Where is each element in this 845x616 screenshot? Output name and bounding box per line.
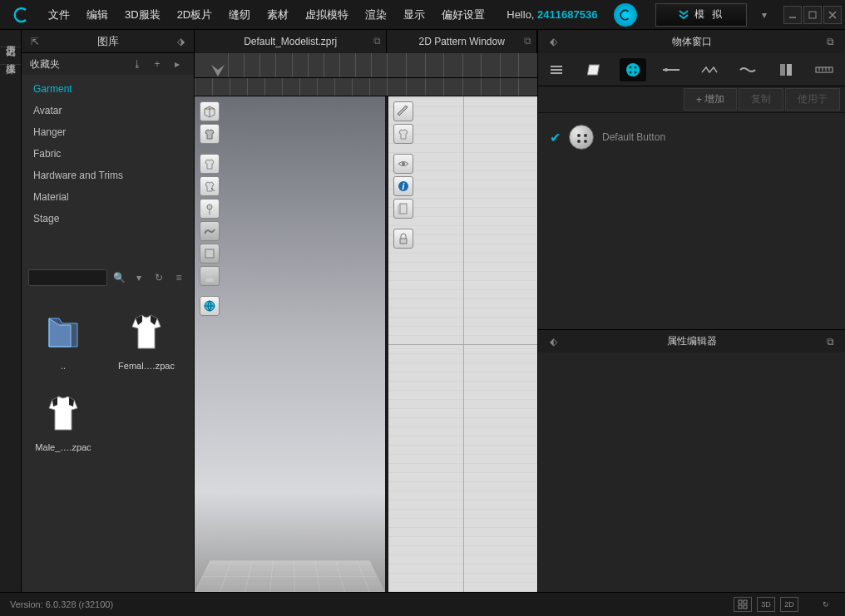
vp-shirt-edit-icon[interactable] — [200, 176, 220, 196]
ruler-3d-2[interactable] — [195, 78, 387, 96]
menu-3d-garment[interactable]: 3D服装 — [116, 2, 169, 27]
obj-tab-texture[interactable] — [773, 58, 799, 81]
menu-preferences[interactable]: 偏好设置 — [433, 2, 493, 27]
vp-avatar-icon[interactable] — [200, 266, 220, 286]
menu-sewing[interactable]: 缝纫 — [220, 2, 259, 27]
folder-icon — [38, 306, 88, 356]
menu-edit[interactable]: 编辑 — [78, 2, 116, 27]
vp2d-page-icon[interactable] — [393, 199, 413, 219]
menu-file[interactable]: 文件 — [40, 2, 78, 27]
menu-2d-pattern[interactable]: 2D板片 — [169, 2, 221, 27]
svg-point-16 — [626, 63, 640, 76]
obj-tab-fabric[interactable] — [581, 58, 608, 81]
obj-tab-list[interactable] — [543, 58, 570, 81]
menu-avatar[interactable]: 虚拟模特 — [297, 2, 357, 27]
minimize-button[interactable] — [783, 6, 802, 24]
obj-tab-seam[interactable] — [734, 58, 761, 81]
refresh-icon[interactable]: ↻ — [152, 271, 166, 284]
thumb-up-folder[interactable]: .. — [30, 306, 96, 371]
pin-icon[interactable]: ⬗ — [174, 35, 187, 48]
vp-mesh-icon[interactable] — [200, 244, 220, 264]
obj-tab-button[interactable] — [620, 58, 646, 81]
popout-icon[interactable]: ⧉ — [823, 335, 837, 348]
tab-3d-document[interactable]: Default_Modelist.zprj ⧉ — [195, 30, 387, 53]
ruler-2d-2[interactable] — [387, 78, 537, 96]
vp-garment-icon[interactable] — [200, 124, 220, 144]
popout-icon[interactable]: ⧉ — [524, 35, 531, 47]
obj-tab-measure[interactable] — [811, 58, 838, 81]
tree-garment[interactable]: Garment — [22, 78, 194, 100]
maximize-button[interactable] — [803, 6, 822, 24]
tree-hardware[interactable]: Hardware and Trims — [22, 165, 194, 186]
vp2d-lock-icon[interactable] — [393, 229, 413, 249]
action-add[interactable]: +增加 — [684, 88, 737, 111]
thumb-label: Male_….zpac — [35, 442, 91, 452]
action-copy[interactable]: 复制 — [739, 88, 783, 111]
vp2d-info-icon[interactable]: i — [393, 176, 413, 196]
menu-display[interactable]: 显示 — [395, 2, 433, 27]
simulate-button[interactable]: 模 拟 — [655, 3, 747, 27]
popout-icon[interactable]: ⇱ — [28, 35, 42, 48]
search-icon[interactable]: 🔍 — [112, 271, 126, 284]
tree-fabric[interactable]: Fabric — [22, 143, 194, 165]
rail-modules[interactable]: 模块库 — [0, 47, 21, 65]
sync-icon[interactable] — [614, 3, 637, 27]
svg-rect-10 — [400, 204, 407, 214]
app-logo[interactable] — [10, 3, 33, 27]
vp-shirt-grey-icon[interactable] — [200, 154, 220, 174]
dropdown-arrow-icon[interactable]: ▾ — [757, 9, 772, 21]
action-apply[interactable]: 使用于 — [785, 88, 840, 111]
rail-history[interactable]: 历史记录 — [0, 30, 21, 47]
list-view-icon[interactable]: ≡ — [172, 271, 185, 284]
viewport-3d-toolbar — [200, 101, 220, 316]
tree-hanger[interactable]: Hanger — [22, 121, 194, 143]
toolbar-ruler-top — [195, 53, 537, 78]
library-panel: ⇱ 图库 ⬗ 收藏夹 ⭳ + ▸ Garment Avatar Hanger F… — [22, 30, 195, 592]
thumb-female[interactable]: Femal….zpac — [113, 306, 180, 371]
version-label: Version: 6.0.328 (r32100) — [10, 599, 113, 609]
obj-tab-stitch[interactable] — [658, 58, 684, 81]
menu-materials[interactable]: 素材 — [259, 2, 297, 27]
viewport-2d[interactable]: i — [388, 96, 537, 592]
tree-avatar[interactable]: Avatar — [22, 100, 194, 121]
vp2d-eye-icon[interactable] — [393, 154, 413, 174]
sb-2d-button[interactable]: 2D — [780, 597, 798, 612]
sb-3d-button[interactable]: 3D — [757, 597, 775, 612]
dropdown-icon[interactable]: ▾ — [132, 271, 146, 284]
tree-material[interactable]: Material — [22, 186, 194, 208]
viewport-3d[interactable] — [195, 96, 385, 592]
object-row-default-button[interactable]: ✔ Default Button — [546, 121, 837, 153]
vp2d-shirt-icon[interactable] — [393, 124, 413, 144]
menu-render[interactable]: 渲染 — [357, 2, 395, 27]
vp-surface-icon[interactable] — [200, 221, 220, 241]
popout-icon[interactable]: ⧉ — [373, 35, 381, 47]
obj-tab-topstitch[interactable] — [696, 58, 723, 81]
search-input[interactable] — [28, 269, 107, 286]
ruler-2d[interactable] — [387, 53, 537, 78]
collapse-icon[interactable]: ⬖ — [546, 335, 560, 348]
sb-refresh-icon[interactable]: ↻ — [817, 597, 835, 612]
svg-point-5 — [207, 271, 212, 276]
svg-rect-30 — [739, 600, 742, 604]
vp2d-pen-icon[interactable] — [393, 101, 413, 121]
vp-pin-icon[interactable] — [200, 199, 220, 219]
tree-stage[interactable]: Stage — [22, 208, 194, 229]
collapse-icon[interactable]: ⬖ — [546, 35, 560, 48]
vp-box-icon[interactable] — [200, 101, 220, 121]
favorites-header[interactable]: 收藏夹 ⭳ + ▸ — [22, 53, 194, 75]
vp-globe-icon[interactable] — [200, 296, 220, 316]
close-button[interactable] — [823, 6, 842, 24]
ruler-3d[interactable] — [195, 53, 387, 78]
download-icon[interactable]: ⭳ — [131, 57, 144, 71]
thumb-male[interactable]: Male_….zpac — [30, 387, 96, 452]
tab-2d-pattern[interactable]: 2D Pattern Window ⧉ — [387, 30, 537, 53]
svg-point-22 — [665, 68, 668, 71]
add-icon[interactable]: + — [151, 57, 164, 71]
expand-icon[interactable]: ▸ — [170, 57, 184, 71]
button-preview-icon — [569, 125, 594, 150]
user-id[interactable]: 2411687536 — [537, 8, 597, 21]
popout-icon[interactable]: ⧉ — [823, 35, 837, 48]
sb-grid-icon[interactable] — [734, 597, 752, 612]
check-icon[interactable]: ✔ — [550, 130, 561, 145]
hello-prefix: Hello, — [507, 8, 537, 21]
